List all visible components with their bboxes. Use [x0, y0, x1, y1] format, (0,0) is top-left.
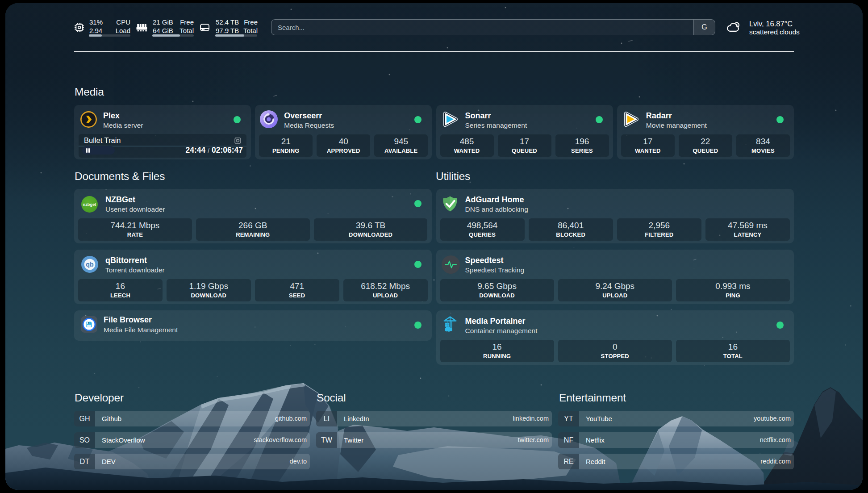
svg-text:nzbget: nzbget: [83, 202, 96, 207]
svg-text:qb: qb: [86, 261, 94, 268]
